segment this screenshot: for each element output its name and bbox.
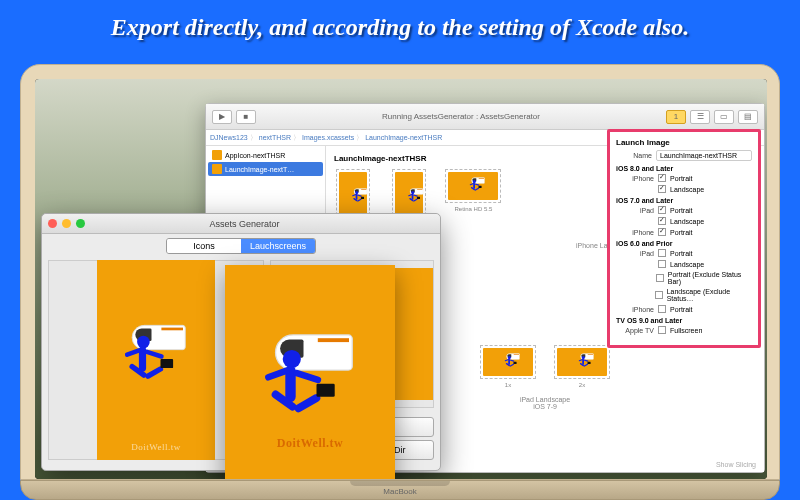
ag-window-title: Assets Generator: [55, 219, 434, 229]
ag-tab-icons[interactable]: Icons: [167, 239, 241, 253]
inspector-section-title: iOS 6.0 and Prior: [616, 240, 752, 247]
inspector-checkbox[interactable]: [658, 228, 666, 236]
inspector-checkbox[interactable]: [658, 260, 666, 268]
inspector-checkbox[interactable]: [658, 249, 666, 257]
inspector-device-label: iPhone: [616, 175, 654, 182]
mascot-graphic: [252, 326, 369, 443]
inspector-option-label: Portrait: [670, 207, 693, 214]
xcode-toolbar: ▶ ■ Running AssetsGenerator : AssetsGene…: [206, 104, 764, 130]
breadcrumb-seg[interactable]: LaunchImage-nextTHSR: [365, 134, 442, 141]
inspector-title: Launch Image: [616, 138, 752, 147]
inspector-checkbox[interactable]: [658, 326, 666, 334]
slot-ipad-1x[interactable]: 1x: [480, 345, 536, 388]
inspector-option-label: Portrait: [670, 306, 693, 313]
xcode-panel-left-icon[interactable]: ☰: [690, 110, 710, 124]
inspector-name-input[interactable]: [656, 150, 752, 161]
inspector-checkbox[interactable]: [658, 185, 666, 193]
inspector-section-title: iOS 8.0 and Later: [616, 165, 752, 172]
inspector-option-label: Landscape (Exclude Status…: [667, 288, 752, 302]
inspector-option-label: Portrait: [670, 229, 693, 236]
ag-tab-launchscreens[interactable]: Lauchscreens: [241, 239, 315, 253]
inspector-option-label: Fullscreen: [670, 327, 702, 334]
slot-retina-hd-55-landscape[interactable]: Retina HD 5.5: [445, 169, 501, 234]
inspector-checkbox[interactable]: [655, 291, 663, 299]
launchimage-thumb-icon: [212, 164, 222, 174]
ag-floating-preview: DoitWell.tw: [225, 265, 395, 479]
inspector-option-label: Landscape: [670, 186, 704, 193]
breadcrumb-seg[interactable]: nextTHSR: [259, 134, 291, 141]
inspector-option-label: Portrait (Exclude Status Bar): [668, 271, 752, 285]
appicon-thumb-icon: [212, 150, 222, 160]
inspector-device-label: iPhone: [616, 306, 654, 313]
inspector-device-label: iPhone: [616, 229, 654, 236]
nav-item-appicon[interactable]: AppIcon-nextTHSR: [208, 148, 323, 162]
breadcrumb-seg[interactable]: Images.xcassets: [302, 134, 354, 141]
brand-tagline: DoitWell.tw: [97, 442, 215, 452]
inspector-device-label: iPad: [616, 207, 654, 214]
inspector-name-label: Name: [616, 152, 652, 159]
inspector-device-label: Apple TV: [616, 327, 654, 334]
mascot-graphic: [116, 320, 197, 401]
inspector-checkbox[interactable]: [658, 305, 666, 313]
laptop-frame: ▶ ■ Running AssetsGenerator : AssetsGene…: [20, 64, 780, 500]
xcode-status: Running AssetsGenerator : AssetsGenerato…: [270, 112, 652, 121]
show-slicing-link[interactable]: Show Slicing: [716, 461, 756, 468]
promo-headline: Export directly, and according to the se…: [0, 0, 800, 51]
inspector-section-title: TV OS 9.0 and Later: [616, 317, 752, 324]
breadcrumb-seg[interactable]: DJNews123: [210, 134, 248, 141]
inspector-checkbox[interactable]: [658, 206, 666, 214]
xcode-run-button[interactable]: ▶: [212, 110, 232, 124]
xcode-panel-mid-icon[interactable]: ▭: [714, 110, 734, 124]
nav-item-launchimage[interactable]: LaunchImage-nextT…: [208, 162, 323, 176]
inspector-checkbox[interactable]: [656, 274, 664, 282]
ag-titlebar[interactable]: Assets Generator: [42, 214, 440, 234]
inspector-device-label: iPad: [616, 250, 654, 257]
slot-ipad-2x[interactable]: 2x: [554, 345, 610, 388]
inspector-option-label: Landscape: [670, 261, 704, 268]
inspector-section-title: iOS 7.0 and Later: [616, 197, 752, 204]
inspector-checkbox[interactable]: [658, 174, 666, 182]
xcode-panel-right-icon[interactable]: ▤: [738, 110, 758, 124]
launch-image-inspector: Launch Image Name iOS 8.0 and LateriPhon…: [607, 129, 761, 348]
inspector-option-label: Landscape: [670, 218, 704, 225]
ag-tab-segmented-control[interactable]: Icons Lauchscreens: [166, 238, 316, 254]
xcode-warnings-badge[interactable]: 1: [666, 110, 686, 124]
inspector-option-label: Portrait: [670, 250, 693, 257]
inspector-option-label: Portrait: [670, 175, 693, 182]
inspector-checkbox[interactable]: [658, 217, 666, 225]
xcode-stop-button[interactable]: ■: [236, 110, 256, 124]
